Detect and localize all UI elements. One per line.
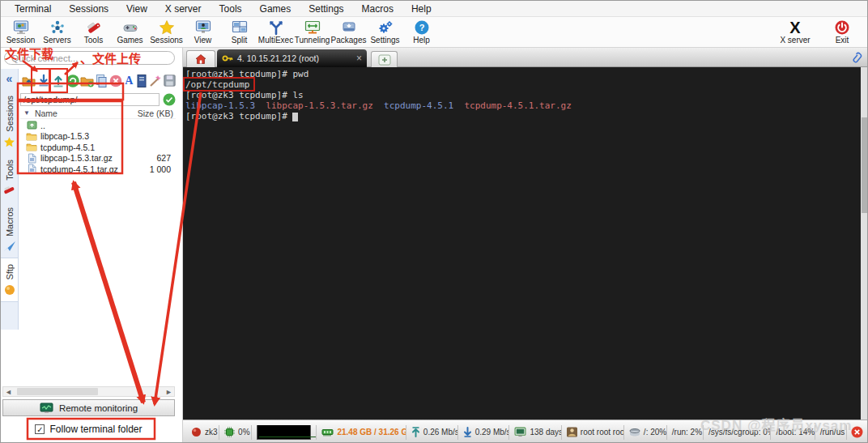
toolbar-label: Servers: [43, 36, 70, 45]
terminal-scrollbar[interactable]: [861, 67, 868, 420]
menu-help[interactable]: Help: [402, 2, 440, 16]
toolbar-settings-button[interactable]: Settings: [367, 18, 403, 47]
remote-monitoring-button[interactable]: Remote monitoring: [2, 399, 175, 416]
sftp-new-folder-button[interactable]: [80, 72, 94, 90]
toolbar-x-server-button[interactable]: XX server: [772, 18, 819, 47]
sftp-download-button[interactable]: [36, 72, 50, 90]
hscroll-thumb[interactable]: [17, 388, 98, 395]
menu-sessions[interactable]: Sessions: [60, 2, 117, 16]
go-to-path-button[interactable]: [162, 93, 176, 106]
menu-terminal[interactable]: Terminal: [6, 2, 60, 16]
status-bar: zk30%21.48 GB / 31.26 GB0.26 Mb/s0.29 Mb…: [183, 420, 867, 443]
tab-home[interactable]: [186, 50, 215, 67]
sidebar-tab-macros[interactable]: Macros: [1, 202, 18, 258]
sessions-star-icon: [159, 19, 175, 36]
status-close-button[interactable]: [847, 426, 867, 438]
file-name: ..: [40, 121, 45, 130]
menu-settings[interactable]: Settings: [300, 2, 352, 16]
save-icon: [163, 74, 177, 87]
sidebar-tab-tools[interactable]: Tools: [1, 154, 18, 202]
status-text: /run: 2%: [672, 428, 702, 437]
menu-games[interactable]: Games: [251, 2, 300, 16]
terminal-text: [root@zk3 tcpdump]#: [185, 111, 292, 121]
tab-close-icon[interactable]: ×: [356, 53, 362, 64]
column-name[interactable]: Name: [35, 109, 57, 118]
toolbar-multiexec-button[interactable]: MultiExec: [257, 18, 294, 47]
menu-tools[interactable]: Tools: [211, 2, 251, 16]
terminal-scrollbar-thumb[interactable]: [862, 117, 868, 213]
status-0-26-mb-s: 0.26 Mb/s: [406, 425, 458, 440]
file-row-item[interactable]: ..: [20, 120, 176, 131]
toolbar-packages-button[interactable]: Packages: [330, 18, 367, 47]
file-row-tcpdump-4-5-1-tar-gz[interactable]: tcpdump-4.5.1.tar.gz1 000: [20, 164, 176, 175]
new-tab-button[interactable]: [371, 51, 398, 67]
upload-icon: [51, 74, 66, 88]
toolbar-exit-button[interactable]: Exit: [819, 18, 866, 47]
sftp-upload-button[interactable]: [51, 72, 65, 90]
servers-icon: [49, 19, 66, 36]
toolbar-view-button[interactable]: View: [185, 18, 221, 47]
sftp-wand-button[interactable]: [148, 72, 162, 90]
toolbar-label: Tools: [84, 36, 103, 45]
follow-terminal-row: ✓ Follow terminal folder: [1, 420, 177, 438]
file-list-header[interactable]: ▼ Name Size (KB): [20, 108, 176, 119]
toolbar-session-button[interactable]: Session: [2, 18, 39, 47]
terminal-line: libpcap-1.5.3 libpcap-1.5.3.tar.gz tcpdu…: [185, 100, 861, 111]
file-row-libpcap-1-5-3[interactable]: libpcap-1.5.3: [20, 131, 176, 143]
toolbar-sessions-button[interactable]: Sessions: [148, 18, 185, 47]
file-row-tcpdump-4-5-1[interactable]: tcpdump-4.5.1: [20, 142, 176, 153]
tab-active-session[interactable]: 4. 10.15.21.212 (root) ×: [217, 49, 367, 67]
menu-x-server[interactable]: X server: [156, 2, 211, 16]
follow-terminal-checkbox[interactable]: ✓: [35, 424, 45, 434]
menu-macros[interactable]: Macros: [353, 2, 402, 16]
toolbar-split-button[interactable]: Split: [221, 18, 257, 47]
menu-view[interactable]: View: [117, 2, 156, 16]
sftp-rename-button[interactable]: A: [123, 72, 135, 90]
uptime-icon: [514, 427, 526, 437]
status-text: 0.29 Mb/s: [475, 428, 510, 437]
scroll-left-icon[interactable]: ◄: [5, 388, 12, 396]
column-size[interactable]: Size (KB): [138, 109, 176, 118]
sftp-file-info-button[interactable]: [136, 72, 148, 90]
toolbar-games-button[interactable]: Games: [112, 18, 148, 47]
sftp-delete-button[interactable]: [108, 72, 122, 90]
sftp-refresh-button[interactable]: [66, 72, 79, 90]
status-boot-14: /boot: 14%: [771, 425, 815, 440]
sidebar-tab-sessions[interactable]: Sessions: [1, 90, 18, 154]
terminal-tab-bar: 4. 10.15.21.212 (root) ×: [183, 48, 867, 67]
sftp-copy-button[interactable]: [95, 72, 108, 90]
toolbar-tunneling-button[interactable]: Tunneling: [294, 18, 330, 47]
collapse-sidebar-icon[interactable]: «: [6, 72, 13, 85]
terminal-text: /opt/tcpdump: [185, 79, 249, 90]
toolbar-tools-button[interactable]: Tools: [75, 18, 112, 47]
terminal-text: [root@zk3 tcpdump]# ls: [185, 90, 304, 100]
key-icon: [222, 53, 233, 63]
terminal-screen[interactable]: [root@zk3 tcpdump]# pwd/opt/tcpdump[root…: [183, 67, 861, 420]
toolbar-label: Games: [117, 36, 143, 45]
delete-icon: [108, 74, 123, 88]
status-sys-fs-cgroup-0: /sys/fs/cgroup: 0%: [704, 425, 771, 440]
toolbar-label: Exit: [836, 36, 849, 45]
xserver-icon: X: [789, 19, 800, 36]
ram-icon: [321, 428, 334, 437]
toolbar-servers-button[interactable]: Servers: [39, 18, 75, 47]
sftp-save-button[interactable]: [163, 72, 177, 90]
path-input[interactable]: [20, 93, 160, 106]
scroll-right-icon[interactable]: ►: [165, 388, 172, 396]
status-text: /boot: 14%: [776, 428, 815, 437]
quick-connect-input[interactable]: [4, 51, 175, 65]
tunneling-icon: [304, 19, 321, 36]
terminal-text: [root@zk3 tcpdump]# pwd: [185, 69, 308, 79]
plane-icon: [3, 241, 16, 252]
attach-icon[interactable]: [851, 51, 862, 64]
sftp-folder-up-button[interactable]: [22, 72, 36, 90]
sidebar-tab-sftp[interactable]: Sftp: [1, 258, 18, 302]
file-name: libpcap-1.5.3: [40, 131, 89, 141]
toolbar-help-button[interactable]: ?Help: [403, 18, 440, 47]
file-panel-hscrollbar[interactable]: ◄ ►: [2, 386, 175, 397]
follow-terminal-label: Follow terminal folder: [49, 424, 142, 435]
status-zk3: zk3: [186, 425, 219, 440]
terminal-line: [root@zk3 tcpdump]# pwd: [185, 69, 861, 79]
terminal-cursor: [292, 113, 298, 121]
file-row-libpcap-1-5-3-tar-gz[interactable]: libpcap-1.5.3.tar.gz627: [20, 153, 176, 164]
